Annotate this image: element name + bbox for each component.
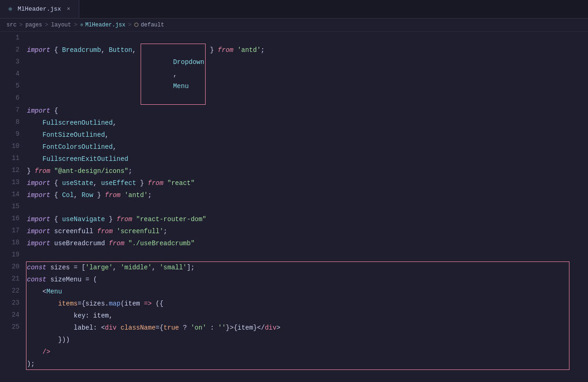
ident-usenavigate: useNavigate	[62, 213, 105, 225]
code-line-9: import { useState , useEffect } from "re…	[27, 177, 588, 189]
str-usebreadcrumb: "./useBreadcrumb"	[128, 237, 194, 249]
line-num-15: 15	[6, 200, 19, 212]
line-num-22: 22	[6, 285, 19, 297]
param-item: item	[124, 298, 140, 310]
line-num-8: 8	[6, 116, 19, 128]
ident-sizes: sizes	[50, 261, 70, 274]
method-map: map	[109, 298, 120, 310]
str-react: "react"	[168, 177, 195, 189]
ident-usestate: useState	[62, 177, 93, 189]
breadcrumb-bar: src > pages > layout > ⚛ MlHeader.jsx > …	[0, 19, 588, 32]
code-line-25	[27, 370, 588, 380]
line-num-25: 25	[6, 321, 19, 333]
code-line-22: }))	[27, 334, 588, 346]
code-line-8: } from "@ant-design/icons" ;	[27, 165, 588, 177]
code-line-2: import { Breadcrumb , Button , Dropdown …	[27, 44, 588, 105]
ident-fullscreenexit-outlined: FullscreenExitOutlined	[43, 153, 129, 165]
kw-from-13: from	[97, 225, 113, 237]
ident-row: Row	[82, 189, 93, 201]
tab-bar: ⚛ MlHeader.jsx ×	[0, 0, 588, 19]
attr-items: items	[58, 298, 78, 310]
code-line-17: const sizeMenu = (	[27, 274, 588, 286]
line-num-3: 3	[6, 56, 19, 68]
code-line-7: FullscreenExitOutlined	[27, 153, 588, 165]
item-val-20: item	[93, 310, 109, 322]
breadcrumb-default: ⬡ default	[134, 22, 164, 28]
tab-close-button[interactable]: ×	[65, 6, 72, 13]
react-icon: ⚛	[6, 6, 14, 13]
breadcrumb-file: ⚛ MlHeader.jsx	[80, 21, 125, 28]
line-num-23: 23	[6, 297, 19, 309]
code-line-14: import useBreadcrumd from "./useBreadcru…	[27, 237, 588, 249]
ident-screenfull: screenfull	[54, 225, 93, 237]
str-antd-2: 'antd'	[237, 44, 260, 56]
line-num-5: 5	[6, 80, 19, 92]
breadcrumb-layout: layout	[51, 22, 71, 28]
kw-from-8: from	[35, 165, 51, 177]
str-router-dom: "react-router-dom"	[136, 213, 206, 225]
line-num-17: 17	[6, 224, 19, 236]
str-icons: "@ant-design/icons"	[54, 165, 129, 177]
str-large: 'large'	[85, 261, 113, 274]
line-num-18: 18	[6, 236, 19, 248]
code-line-4: FullscreenOutlined ,	[27, 117, 588, 129]
str-empty: ''	[218, 322, 226, 334]
jsx-div-close: div	[265, 322, 277, 334]
kw-from-2: from	[218, 44, 233, 56]
line-num-16: 16	[6, 212, 19, 224]
react-icon-breadcrumb: ⚛	[80, 21, 83, 28]
line-num-13: 13	[6, 176, 19, 188]
line-num-10: 10	[6, 140, 19, 152]
tab-mlheader[interactable]: ⚛ MlHeader.jsx ×	[0, 0, 79, 18]
editor-area: 1 2 3 4 5 6 7 8 9 10 11 12 13 14 15 16 1…	[0, 32, 588, 380]
ident-fontsize-outlined: FontSizeOutlined	[43, 129, 105, 141]
ident-sizemenu: sizeMenu	[50, 274, 81, 286]
str-antd-10: 'antd'	[124, 189, 148, 201]
inline-highlight-box: Dropdown , Menu	[141, 44, 206, 105]
arrow-19: =>	[144, 298, 152, 310]
line-num-19: 19	[6, 248, 19, 261]
ident-menu: Menu	[173, 83, 189, 90]
code-line-5: FontSizeOutlined ,	[27, 129, 588, 141]
jsx-div-open: div	[105, 322, 116, 334]
code-line-23: />	[27, 346, 588, 358]
ident-usebreadcrumd: useBreadcrumd	[54, 237, 105, 249]
str-middle: 'middle'	[121, 261, 152, 274]
code-content[interactable]: import { Breadcrumb , Button , Dropdown …	[24, 32, 588, 380]
ident-sizes-19: sizes	[85, 298, 105, 310]
kw-import-2: import	[27, 44, 50, 56]
line-num-9: 9	[6, 128, 19, 140]
line-num-7: 7	[6, 104, 19, 116]
str-small: 'small'	[160, 261, 187, 274]
line-num-21: 21	[6, 273, 19, 285]
line-num-20: 20	[6, 261, 19, 273]
code-line-3: import {	[27, 105, 588, 117]
breadcrumb-src: src	[6, 22, 17, 28]
line-num-6: 6	[6, 92, 19, 104]
code-line-20: key : item ,	[27, 310, 588, 322]
code-line-6: FontColorsOutlined ,	[27, 141, 588, 153]
highlighted-block: const sizes = [ 'large' , 'middle' , 'sm…	[27, 261, 588, 370]
line-num-11: 11	[6, 152, 19, 164]
label-prop: label	[74, 322, 93, 334]
ident-dropdown: Dropdown	[173, 58, 204, 66]
code-line-18: < Menu	[27, 286, 588, 298]
item-val-21: item	[238, 322, 253, 334]
code-line-13: import screenfull from 'screenfull' ;	[27, 225, 588, 237]
kw-from-12: from	[116, 213, 132, 225]
line-num-1: 1	[6, 32, 19, 44]
jsx-menu-tag: Menu	[46, 286, 62, 298]
ident-fullscreen-outlined: FullscreenOutlined	[43, 117, 113, 129]
line-num-24: 24	[6, 309, 19, 321]
kw-from-14: from	[109, 237, 124, 249]
ident-col: Col	[62, 189, 74, 201]
code-line-19: items ={ sizes . map ( item => ({	[27, 298, 588, 310]
breadcrumb-pages: pages	[26, 22, 42, 28]
code-line-21: label : < div className ={ true ? 'on' :…	[27, 322, 588, 334]
ident-button: Button	[109, 44, 132, 56]
code-line-16: const sizes = [ 'large' , 'middle' , 'sm…	[27, 261, 588, 274]
attr-classname: className	[121, 322, 156, 334]
line-num-12: 12	[6, 164, 19, 176]
line-num-14: 14	[6, 188, 19, 200]
line-numbers: 1 2 3 4 5 6 7 8 9 10 11 12 13 14 15 16 1…	[0, 32, 24, 380]
